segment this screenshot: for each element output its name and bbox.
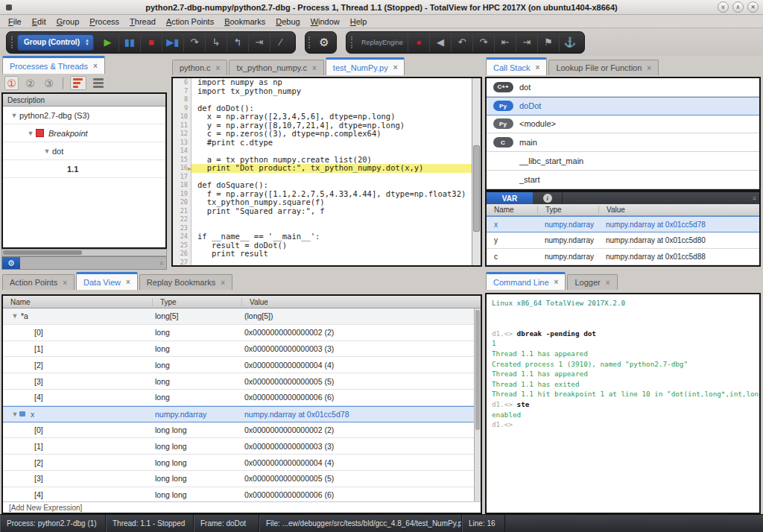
code-line-20[interactable]: 20 tx_python_numpy.square(f) [173, 198, 472, 207]
scrollbar-thumb[interactable] [3, 250, 82, 255]
stack-frame-dodot[interactable]: PydoDot [487, 97, 759, 115]
out-button[interactable]: ↰ [227, 34, 248, 51]
dataview-tab-data-view[interactable]: Data View× [76, 272, 138, 290]
kill-button[interactable]: ■ [140, 34, 162, 51]
column-header-name[interactable]: Name [3, 298, 152, 306]
set-pc-button[interactable]: ∕ [270, 34, 291, 51]
menu-file[interactable]: File [3, 16, 27, 27]
code-line-13[interactable]: 13 #print c.dtype [173, 139, 472, 148]
expander-icon[interactable]: ▼ [25, 130, 36, 137]
bookmark-button[interactable]: ⚑ [537, 34, 559, 51]
close-icon[interactable]: × [221, 279, 225, 287]
scrollbar-thumb[interactable] [475, 310, 480, 430]
resize-grip-icon[interactable]: ≡ [753, 194, 756, 202]
code-line-26[interactable]: 26 print result [173, 250, 472, 259]
stack-frame-start[interactable]: _start [487, 171, 759, 189]
code-line-21[interactable]: 21 print "Squared array:", f [173, 207, 472, 216]
var-row-c[interactable]: cnumpy.ndarraynumpy.ndarray at 0x01cc5d8… [487, 249, 759, 265]
code-line-12[interactable]: 12 c = np.zeros((3), dtype=np.complex64) [173, 130, 472, 139]
close-icon[interactable]: × [536, 63, 540, 72]
view-3-button[interactable]: ③ [42, 76, 56, 90]
vertical-scrollbar[interactable] [472, 78, 481, 265]
menu-edit[interactable]: Edit [27, 16, 51, 27]
go-live-button[interactable]: ⇥ [516, 34, 537, 51]
code-line-7[interactable]: 7import tx_python_numpy [173, 87, 472, 96]
code-line-16[interactable]: 16▶ print "Dot product:", tx_python_nump… [173, 164, 472, 173]
code-line-10[interactable]: 10 x = np.array([2,3,4,5,6], dtype=np.lo… [173, 113, 472, 121]
data-row-2[interactable]: [1]long0x0000000000000003 (3) [3, 341, 481, 358]
close-icon[interactable]: × [606, 279, 610, 287]
close-icon[interactable]: × [63, 279, 67, 287]
group-control-selector[interactable]: Group (Control) ▲▼ [17, 34, 94, 51]
data-row-11[interactable]: [4]long long0x0000000000000006 (6) [3, 487, 481, 501]
callstack-tab-lookup-file-or-function[interactable]: Lookup File or Function× [548, 60, 659, 75]
toolbar-grip[interactable] [11, 37, 14, 48]
unstep-button[interactable]: ↷ [472, 34, 494, 51]
vertical-scrollbar[interactable] [474, 308, 481, 501]
close-icon[interactable]: × [554, 278, 559, 286]
menu-debug[interactable]: Debug [270, 16, 305, 27]
stack-frame-dot[interactable]: C++dot [487, 78, 759, 97]
close-icon[interactable]: × [312, 64, 317, 72]
record-button[interactable]: ● [408, 34, 429, 51]
resize-grip-icon[interactable]: ≡ [159, 259, 163, 267]
var-row-y[interactable]: ynumpy.ndarraynumpy.ndarray at 0x01cc5d8… [487, 232, 759, 249]
save-button[interactable]: ⚓ [559, 34, 580, 51]
expander-icon[interactable]: ▼ [9, 411, 19, 418]
menu-group[interactable]: Group [51, 16, 85, 27]
scrollbar-thumb[interactable] [473, 145, 480, 231]
column-header-type[interactable]: Type [152, 298, 241, 306]
code-line-14[interactable]: 14 [173, 147, 472, 156]
code-line-18[interactable]: 18def doSquare(): [173, 181, 472, 190]
stack-frame-module[interactable]: Py<module> [487, 115, 759, 134]
data-row-4[interactable]: [3]long0x0000000000000005 (5) [3, 373, 481, 390]
maximize-button[interactable]: ∧ [732, 1, 744, 13]
close-icon[interactable]: × [93, 62, 98, 70]
data-row-0[interactable]: ▼*along[5](long[5]) [3, 308, 481, 325]
source-tab-python-c[interactable]: python.c× [172, 60, 227, 75]
horizontal-scrollbar[interactable] [1, 249, 167, 256]
tree-item-dot[interactable]: ▼dot [3, 142, 165, 160]
var-tab[interactable]: VAR [487, 192, 533, 204]
code-line-22[interactable]: 22 [173, 215, 472, 224]
column-header-type[interactable]: Type [537, 206, 598, 214]
source-tab-tx-python-numpy-c[interactable]: tx_python_numpy.c× [229, 60, 323, 75]
tree-item-python2-7-dbg-s3[interactable]: ▼python2.7-dbg (S3) [3, 107, 165, 124]
run-to-button[interactable]: ⇥ [248, 34, 270, 51]
column-header-value[interactable]: Value [598, 206, 759, 214]
processes-tab-processes-threads[interactable]: Processes & Threads× [2, 56, 105, 74]
menu-help[interactable]: Help [345, 16, 373, 27]
view-2-button[interactable]: ② [23, 76, 37, 90]
info-button[interactable]: i [533, 192, 563, 204]
close-icon[interactable]: × [647, 64, 651, 72]
expander-icon[interactable]: ▼ [9, 312, 19, 320]
stack-frame-main[interactable]: Cmain [487, 133, 759, 152]
menu-window[interactable]: Window [305, 16, 345, 27]
close-icon[interactable]: × [126, 278, 130, 286]
stack-frame-libc-start-main[interactable]: __libc_start_main [487, 152, 759, 171]
tree-item-1-1[interactable]: 1.1 [3, 160, 165, 178]
menu-thread[interactable]: Thread [124, 16, 161, 27]
data-row-10[interactable]: [3]long long0x0000000000000005 (5) [3, 471, 481, 487]
column-header-value[interactable]: Value [241, 298, 481, 306]
go-button[interactable]: ▶ [97, 34, 118, 51]
data-row-5[interactable]: [4]long0x0000000000000006 (6) [3, 390, 481, 406]
source-tab-test-numpy-py[interactable]: test_NumPy.py× [326, 57, 405, 75]
callstack-tab-call-stack[interactable]: Call Stack× [486, 57, 547, 75]
code-area[interactable]: 6import numpy as np7import tx_python_num… [173, 78, 472, 265]
spinner-arrows-icon[interactable]: ▲▼ [85, 39, 89, 46]
command-tab-logger[interactable]: Logger× [567, 274, 617, 290]
tree-item-breakpoint[interactable]: ▼Breakpoint [3, 124, 165, 142]
dataview-tab-action-points[interactable]: Action Points× [2, 274, 75, 290]
command-tab-command-line[interactable]: Command Line× [486, 272, 566, 290]
menu-process[interactable]: Process [84, 16, 124, 27]
data-row-1[interactable]: [0]long0x0000000000000002 (2) [3, 325, 481, 341]
view-1-button[interactable]: ① [4, 76, 19, 90]
next-button[interactable]: ↷ [183, 34, 205, 51]
command-terminal[interactable]: Linux x86_64 TotalView 2017X.2.0 d1.<> d… [485, 293, 761, 514]
code-line-24[interactable]: 24if __name__ == '__main__': [173, 232, 472, 241]
menu-bookmarks[interactable]: Bookmarks [219, 16, 270, 27]
code-line-6[interactable]: 6import numpy as np [173, 78, 472, 87]
menu-action-points[interactable]: Action Points [161, 16, 219, 27]
minimize-button[interactable]: ∨ [718, 1, 729, 13]
